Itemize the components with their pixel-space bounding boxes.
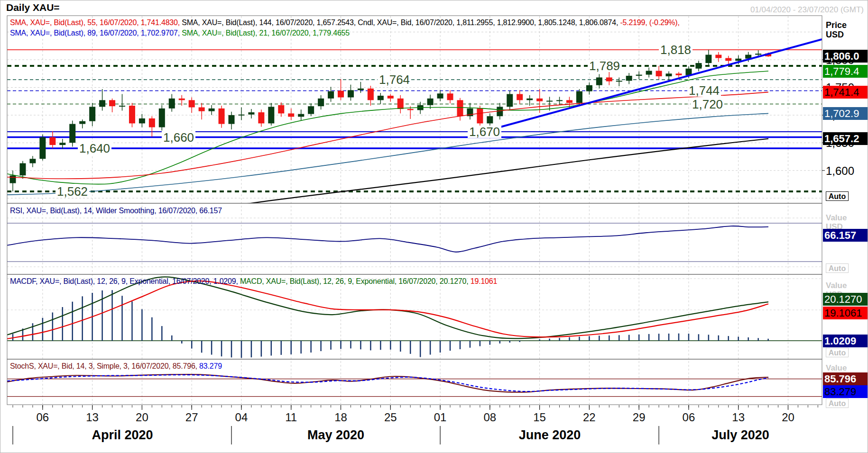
macd-legend-seg-2: 19.1061 bbox=[471, 277, 497, 285]
price-axis-currency: USD bbox=[826, 30, 844, 39]
rsi-badge-66157: 66.157 bbox=[823, 229, 868, 242]
stoch-legend: StochS, XAU=, Bid, 14, 3, Simple, 3, 16/… bbox=[10, 362, 222, 371]
price-legend-line1-seg-2: -5.2199, (-0.29%), bbox=[620, 18, 679, 27]
week-label-8: 01 bbox=[434, 411, 447, 424]
week-label-14: 13 bbox=[732, 411, 745, 424]
week-label-13: 06 bbox=[683, 411, 695, 424]
week-label-0: 06 bbox=[37, 411, 49, 424]
chart-canvas[interactable] bbox=[0, 0, 868, 453]
week-label-2: 20 bbox=[136, 411, 148, 424]
week-label-15: 20 bbox=[782, 411, 794, 424]
level-annotation-1660: 1,660 bbox=[162, 131, 195, 144]
macd-legend-seg-1: MACD, XAU=, Bid(Last), 12, 26, 9, Expone… bbox=[240, 277, 471, 285]
week-label-7: 25 bbox=[384, 411, 397, 424]
price-legend-line2: SMA, XAU=, Bid(Last), 89, 16/07/2020, 1,… bbox=[10, 29, 350, 37]
price-auto-button[interactable]: Auto bbox=[826, 191, 849, 201]
level-annotation-1720: 1,720 bbox=[691, 98, 724, 110]
price-legend-line2-seg-0: SMA, XAU=, Bid(Last), 89, 16/07/2020, 1,… bbox=[10, 29, 182, 37]
price-legend-line1: SMA, XAU=, Bid(Last), 55, 16/07/2020, 1,… bbox=[10, 18, 680, 27]
week-label-6: 18 bbox=[334, 411, 347, 424]
month-label-may: May 2020 bbox=[307, 428, 364, 443]
week-label-1: 13 bbox=[86, 411, 99, 424]
rsi-auto-button[interactable]: Auto bbox=[826, 263, 849, 273]
macd-value-header: Value bbox=[826, 281, 847, 290]
price-badge-17794: 1,779.4 bbox=[823, 65, 868, 78]
stoch-badge-85796: 85.796 bbox=[823, 372, 868, 385]
price-axis-header: Price bbox=[826, 20, 847, 30]
rsi-legend-seg-0: RSI, XAU=, Bid(Last), 14, Wilder Smoothi… bbox=[10, 207, 222, 215]
level-annotation-1562: 1,562 bbox=[55, 185, 89, 198]
week-label-9: 08 bbox=[483, 411, 496, 424]
level-annotation-1764: 1,764 bbox=[378, 73, 411, 86]
price-badge-16572: 1,657.2 bbox=[823, 132, 868, 145]
stoch-auto-button[interactable]: Auto bbox=[826, 399, 849, 408]
price-legend-line1-seg-1: SMA, XAU=, Bid(Last), 144, 16/07/2020, 1… bbox=[182, 18, 620, 27]
level-annotation-1744: 1,744 bbox=[687, 84, 721, 97]
macd-badge-10209: 1.0209 bbox=[823, 335, 868, 347]
week-label-4: 04 bbox=[235, 411, 248, 424]
week-label-12: 29 bbox=[633, 411, 646, 424]
week-label-11: 22 bbox=[583, 411, 596, 424]
chart-window: Daily XAU= 01/04/2020 - 23/07/2020 (GMT)… bbox=[0, 0, 868, 453]
rsi-value-header: Value bbox=[826, 213, 847, 222]
price-legend-line1-seg-0: SMA, XAU=, Bid(Last), 55, 16/07/2020, 1,… bbox=[10, 18, 182, 27]
week-label-3: 27 bbox=[185, 411, 198, 424]
week-label-5: 11 bbox=[285, 411, 297, 424]
price-badge-17029: 1,702.9 bbox=[823, 107, 868, 120]
price-badge-17414: 1,741.4 bbox=[823, 86, 868, 99]
stoch-legend-seg-1: 83.279 bbox=[199, 362, 222, 370]
price-badge-18060: 1,806.0 bbox=[823, 50, 868, 63]
level-annotation-1640: 1,640 bbox=[78, 142, 111, 154]
stoch-badge-83279: 83.279 bbox=[823, 385, 868, 398]
month-label-june: June 2020 bbox=[519, 428, 581, 443]
price-axis-label-1600: 1,600 bbox=[826, 164, 854, 178]
macd-auto-button[interactable]: Auto bbox=[826, 348, 849, 357]
month-label-july: July 2020 bbox=[711, 428, 769, 443]
macd-badge-191061: 19.1061 bbox=[823, 307, 868, 319]
stoch-value-header: Value bbox=[826, 363, 847, 372]
macd-legend-seg-0: MACDF, XAU=, Bid(Last), 12, 26, 9, Expon… bbox=[10, 277, 240, 285]
stoch-legend-seg-0: StochS, XAU=, Bid, 14, 3, Simple, 3, 16/… bbox=[10, 362, 199, 370]
level-annotation-1789: 1,789 bbox=[588, 60, 621, 72]
week-label-10: 15 bbox=[533, 411, 546, 424]
macd-badge-201270: 20.1270 bbox=[823, 293, 868, 306]
level-annotation-1818: 1,818 bbox=[659, 44, 693, 56]
level-annotation-1670: 1,670 bbox=[468, 126, 501, 138]
month-label-april: April 2020 bbox=[92, 428, 153, 443]
rsi-legend: RSI, XAU=, Bid(Last), 14, Wilder Smoothi… bbox=[10, 207, 222, 215]
macd-legend: MACDF, XAU=, Bid(Last), 12, 26, 9, Expon… bbox=[10, 277, 497, 286]
price-legend-line2-seg-1: SMA, XAU=, Bid(Last), 21, 16/07/2020, 1,… bbox=[182, 29, 350, 37]
